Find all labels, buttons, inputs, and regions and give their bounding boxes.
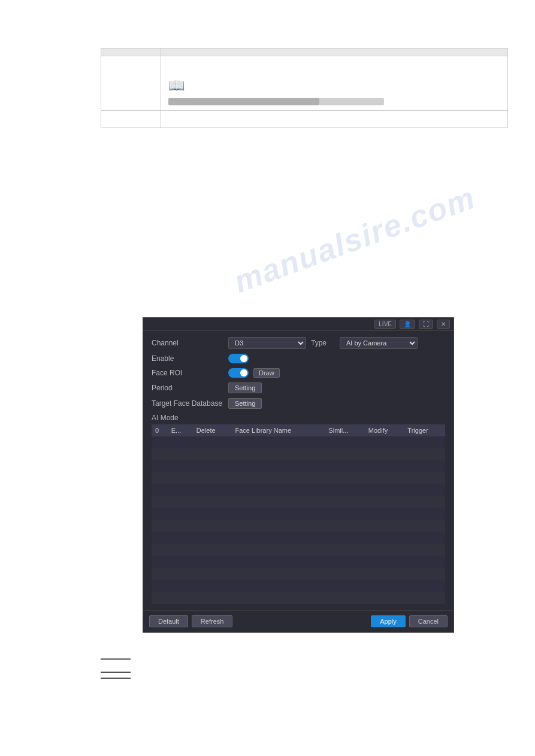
table-row	[152, 532, 445, 544]
target-face-database-row: Target Face Database Setting	[152, 398, 445, 409]
table-row	[152, 544, 445, 556]
bottom-section	[101, 658, 131, 684]
progress-bar	[168, 98, 384, 105]
face-recognition-dialog: LIVE 👤 ⛶ ✕ Channel D3 Type AI by Camera …	[143, 317, 454, 633]
live-badge: LIVE	[374, 320, 396, 329]
row1-col1	[101, 56, 161, 110]
bottom-line-3	[101, 678, 131, 679]
face-library-table: 0 E... Delete Face Library Name Simil...…	[152, 424, 445, 604]
top-table: 📖	[101, 48, 508, 128]
period-label: Period	[152, 384, 223, 392]
type-label: Type	[311, 339, 335, 347]
table-row	[152, 556, 445, 568]
table-row	[152, 448, 445, 460]
row2-col1	[101, 111, 161, 127]
apply-button[interactable]: Apply	[371, 615, 406, 627]
table-row	[152, 568, 445, 580]
bottom-line-2	[101, 672, 131, 673]
table-header: 0 E... Delete Face Library Name Simil...…	[152, 424, 445, 436]
refresh-button[interactable]: Refresh	[192, 615, 233, 627]
table-row	[152, 472, 445, 484]
enable-toggle[interactable]	[228, 354, 249, 363]
col-header-modify: Modify	[365, 424, 404, 436]
face-roi-label: Face ROI	[152, 369, 223, 377]
row2-col2	[161, 111, 507, 127]
col-header-enabled: E...	[168, 424, 193, 436]
col-header-similarity: Simil...	[325, 424, 364, 436]
row1-col2: 📖	[161, 56, 507, 110]
enable-label: Enable	[152, 354, 223, 363]
table-row	[152, 460, 445, 472]
table-row	[152, 496, 445, 508]
person-icon-btn[interactable]: 👤	[400, 320, 415, 329]
col-header-0: 0	[152, 424, 168, 436]
target-face-database-setting-button[interactable]: Setting	[228, 398, 262, 409]
default-button[interactable]: Default	[149, 615, 188, 627]
book-icon: 📖	[168, 78, 500, 93]
maximize-icon-btn[interactable]: ⛶	[419, 320, 433, 329]
table-row	[152, 592, 445, 604]
table-row	[152, 484, 445, 496]
table-row	[152, 520, 445, 532]
progress-bar-fill	[168, 98, 319, 105]
enable-row: Enable	[152, 354, 445, 363]
period-setting-button[interactable]: Setting	[228, 382, 262, 393]
channel-label: Channel	[152, 339, 223, 347]
table-header-row	[101, 48, 507, 56]
period-row: Period Setting	[152, 382, 445, 393]
col-header-delete: Delete	[193, 424, 232, 436]
table-row-2	[101, 110, 507, 127]
face-roi-row: Face ROI Draw	[152, 368, 445, 378]
col-header-trigger: Trigger	[404, 424, 445, 436]
target-face-database-label: Target Face Database	[152, 399, 223, 408]
bottom-line-1	[101, 658, 131, 660]
channel-select[interactable]: D3	[228, 337, 306, 349]
dialog-footer: Default Refresh Apply Cancel	[143, 610, 454, 632]
draw-button[interactable]: Draw	[253, 368, 280, 378]
cancel-button[interactable]: Cancel	[409, 615, 448, 627]
ai-mode-label: AI Mode	[152, 414, 445, 422]
face-roi-toggle[interactable]	[228, 368, 249, 378]
table-row	[152, 508, 445, 520]
channel-type-row: Channel D3 Type AI by Camera	[152, 337, 445, 349]
type-select[interactable]: AI by Camera	[340, 337, 418, 349]
dialog-topbar: LIVE 👤 ⛶ ✕	[143, 318, 454, 331]
dialog-body: Channel D3 Type AI by Camera Enable Face…	[143, 331, 454, 610]
col-header-face-library-name: Face Library Name	[232, 424, 325, 436]
table-row	[152, 436, 445, 448]
table-row-1: 📖	[101, 56, 507, 110]
header-col2	[161, 48, 507, 56]
close-icon-btn[interactable]: ✕	[437, 320, 450, 329]
header-col1	[101, 48, 161, 56]
watermark: manualsire.com	[229, 179, 480, 299]
table-row	[152, 580, 445, 592]
